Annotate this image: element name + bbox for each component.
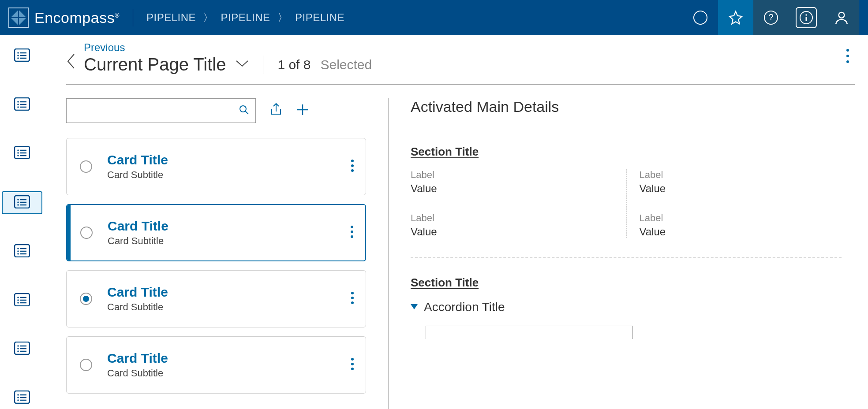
rail-item[interactable] [2, 338, 42, 361]
kv-value: Value [411, 182, 613, 195]
kv-label: Label [640, 169, 842, 181]
rail-item[interactable] [2, 241, 42, 263]
breadcrumb-item[interactable]: PIPELINE [221, 11, 270, 24]
brand-logo-icon [8, 7, 29, 28]
svg-point-49 [17, 302, 19, 304]
breadcrumbs: PIPELINE 〉 PIPELINE 〉 PIPELINE [146, 11, 344, 25]
card-more-icon[interactable] [351, 291, 354, 306]
accordion-input-box[interactable] [426, 326, 633, 339]
app-header: Encompass® PIPELINE 〉 PIPELINE 〉 PIPELIN… [0, 0, 868, 35]
svg-point-19 [17, 104, 19, 105]
svg-point-6 [805, 14, 807, 16]
separator [411, 128, 842, 128]
svg-point-35 [17, 204, 19, 206]
page-title: Current Page Title [84, 55, 226, 74]
kv-item: Label Value [411, 212, 613, 238]
more-menu-button[interactable] [846, 48, 849, 65]
chevron-right-icon: 〉 [277, 11, 288, 25]
card-subtitle: Card Subtitle [107, 169, 336, 181]
svg-point-45 [17, 297, 19, 298]
list-icon [14, 293, 30, 308]
svg-point-77 [351, 235, 353, 238]
svg-point-83 [351, 368, 354, 370]
kv-value: Value [640, 182, 842, 195]
circle-icon[interactable] [683, 0, 718, 35]
kv-label: Label [640, 212, 842, 224]
kv-label: Label [411, 169, 613, 181]
kv-label: Label [411, 212, 613, 224]
card-title: Card Title [108, 219, 335, 234]
list-icon [14, 195, 30, 210]
svg-point-66 [846, 55, 849, 57]
card-title: Card Title [107, 152, 336, 167]
svg-point-76 [351, 231, 353, 233]
rail-item[interactable] [2, 289, 42, 312]
kv-value: Value [640, 226, 842, 238]
svg-point-47 [17, 299, 19, 301]
help-icon[interactable]: ? [753, 0, 789, 35]
brand[interactable]: Encompass® [8, 7, 120, 28]
list-icon [14, 244, 30, 259]
separator [388, 98, 389, 409]
svg-point-17 [17, 101, 19, 103]
rail-item[interactable] [2, 45, 42, 67]
svg-point-21 [17, 106, 19, 108]
user-icon[interactable] [824, 0, 859, 35]
previous-link[interactable]: Previous [84, 41, 372, 54]
radio-button[interactable] [80, 227, 93, 239]
radio-button[interactable] [80, 160, 92, 173]
kv-item: Label Value [640, 169, 842, 195]
list-icon [14, 390, 30, 405]
svg-point-24 [17, 150, 19, 152]
card-more-icon[interactable] [351, 357, 354, 372]
list-icon [14, 97, 30, 112]
svg-point-61 [17, 397, 19, 398]
radio-button[interactable] [80, 359, 92, 371]
separator [263, 56, 263, 74]
card-subtitle: Card Subtitle [107, 301, 336, 313]
svg-point-38 [17, 248, 19, 249]
radio-button-checked[interactable] [80, 293, 92, 305]
accordion-header[interactable]: Accordion Title [411, 300, 842, 314]
card-item[interactable]: Card Title Card Subtitle [66, 336, 366, 394]
chevron-down-icon[interactable] [236, 60, 249, 70]
rail-item[interactable] [2, 94, 42, 116]
card-item-selected[interactable]: Card Title Card Subtitle [66, 204, 366, 261]
svg-point-26 [17, 152, 19, 154]
card-item[interactable]: Card Title Card Subtitle [66, 270, 366, 327]
svg-point-8 [839, 12, 845, 18]
star-icon[interactable] [718, 0, 753, 35]
card-more-icon[interactable] [350, 225, 354, 240]
svg-point-59 [17, 394, 19, 396]
card-title: Card Title [107, 285, 336, 300]
svg-point-79 [351, 297, 354, 299]
svg-point-75 [351, 226, 353, 228]
rail-item[interactable] [2, 387, 42, 409]
svg-point-68 [240, 106, 246, 112]
breadcrumb-item[interactable]: PIPELINE [146, 11, 196, 24]
svg-rect-7 [806, 17, 807, 21]
accordion-title: Accordion Title [424, 300, 505, 314]
rail-item-active[interactable] [2, 191, 42, 214]
svg-point-52 [17, 345, 19, 347]
section-title: Section Title [411, 145, 842, 159]
card-more-icon[interactable] [351, 159, 354, 174]
rail-item[interactable] [2, 142, 42, 165]
kv-grid: Label Value Label Value Label Value La [411, 169, 842, 256]
card-subtitle: Card Subtitle [108, 235, 335, 247]
card-item[interactable]: Card Title Card Subtitle [66, 138, 366, 195]
svg-point-31 [17, 199, 19, 201]
back-button[interactable] [66, 53, 76, 74]
add-button[interactable] [296, 104, 309, 118]
svg-point-78 [351, 292, 354, 294]
breadcrumb-item[interactable]: PIPELINE [295, 11, 344, 24]
card-title: Card Title [107, 351, 336, 366]
svg-point-80 [351, 301, 354, 304]
search-input[interactable] [66, 98, 256, 123]
info-icon[interactable] [789, 0, 824, 35]
svg-point-82 [351, 363, 354, 365]
search-field[interactable] [73, 106, 239, 116]
export-button[interactable] [269, 103, 283, 119]
svg-point-54 [17, 348, 19, 350]
svg-point-67 [846, 60, 849, 63]
